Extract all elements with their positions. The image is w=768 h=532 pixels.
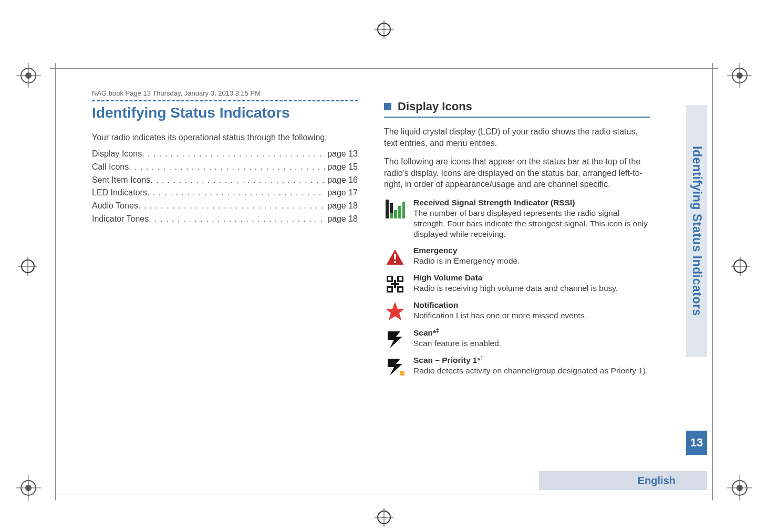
section-intro: Your radio indicates its operational sta… — [92, 133, 358, 142]
toc-label: Sent Item Icons — [92, 174, 150, 187]
crop-line — [50, 68, 718, 69]
scan-icon — [384, 327, 406, 349]
toc-page: page 18 — [325, 200, 358, 213]
body-paragraph: The following are icons that appear on t… — [384, 156, 650, 190]
toc-label: Call Icons — [92, 161, 129, 174]
language-tab: English — [539, 471, 707, 490]
crop-line — [50, 495, 718, 495]
icon-desc: Radio detects activity on channel/group … — [413, 366, 650, 376]
toc-row: Audio Tones page 18 — [92, 200, 358, 213]
icon-desc: Scan feature is enabled. — [413, 338, 650, 349]
toc-row: LED Indicators page 17 — [92, 186, 358, 200]
toc-page: page 17 — [325, 186, 358, 200]
subheading-rule — [384, 117, 650, 118]
icon-entry-scan-priority-1: Scan – Priority 1*‡ Radio detects activi… — [384, 354, 650, 377]
icon-text: Received Signal Strength Indicator (RSSI… — [413, 197, 650, 240]
icon-desc: Radio is receiving high volume data and … — [413, 283, 650, 294]
svg-rect-31 — [394, 210, 397, 218]
svg-rect-36 — [394, 261, 396, 263]
registration-mark-icon — [731, 257, 750, 276]
icon-entry-high-volume-data: High Volume Data Radio is receiving high… — [384, 273, 650, 295]
toc-row: Display Icons page 13 — [92, 148, 358, 161]
body-paragraph: The liquid crystal display (LCD) of your… — [384, 126, 650, 149]
svg-rect-46 — [399, 288, 402, 291]
side-tab-label: Identifying Status Indicators — [690, 146, 704, 316]
toc-row: Sent Item Icons page 16 — [92, 174, 358, 187]
icon-text: Emergency Radio is in Emergency mode. — [413, 245, 650, 266]
svg-rect-35 — [394, 254, 396, 259]
svg-rect-33 — [402, 202, 405, 218]
section-heading: Identifying Status Indicators — [92, 105, 358, 121]
section-rule — [92, 100, 358, 101]
notification-icon — [384, 300, 406, 322]
toc-leader — [149, 213, 325, 226]
svg-rect-48 — [400, 371, 404, 375]
right-column: Display Icons The liquid crystal display… — [384, 100, 676, 474]
toc-page: page 13 — [325, 148, 358, 161]
toc-page: page 18 — [325, 213, 358, 226]
svg-rect-43 — [388, 277, 391, 280]
registration-mark-icon — [375, 20, 393, 39]
svg-marker-47 — [386, 302, 404, 320]
side-tab: Identifying Status Indicators — [686, 105, 707, 357]
icon-text: Scan*‡ Scan feature is enabled. — [413, 327, 650, 349]
toc-leader — [129, 161, 325, 174]
icon-entry-notification: Notification Notification List has one o… — [384, 300, 650, 322]
icon-entry-emergency: Emergency Radio is in Emergency mode. — [384, 245, 650, 267]
toc-leader — [147, 186, 325, 200]
toc-label: LED Indicators — [92, 186, 147, 200]
emergency-icon — [384, 245, 406, 267]
crop-mark-icon — [16, 475, 41, 500]
icon-text: Scan – Priority 1*‡ Radio detects activi… — [413, 354, 650, 376]
scan-priority-1-icon — [384, 354, 406, 377]
subheading: Display Icons — [398, 100, 472, 113]
toc-leader — [150, 174, 325, 187]
toc-row: Call Icons page 15 — [92, 161, 358, 174]
toc-leader — [142, 148, 325, 161]
crop-line — [712, 63, 713, 500]
toc-leader — [138, 200, 325, 213]
icon-entry-rssi: Received Signal Strength Indicator (RSSI… — [384, 197, 650, 240]
toc-page: page 15 — [325, 161, 358, 174]
rssi-icon — [384, 197, 406, 220]
registration-mark-icon — [375, 508, 393, 527]
registration-mark-icon — [18, 257, 37, 276]
icon-title: Scan*‡ — [413, 327, 650, 338]
crop-mark-icon — [727, 63, 752, 88]
svg-rect-42 — [391, 283, 399, 285]
left-column: Identifying Status Indicators Your radio… — [92, 100, 358, 474]
crop-mark-icon — [727, 475, 752, 500]
page-body: Identifying Status Indicators Your radio… — [92, 100, 676, 474]
subheading-marker-icon — [384, 103, 391, 110]
svg-rect-32 — [398, 206, 401, 218]
icon-title: Emergency — [413, 245, 650, 256]
icon-text: Notification Notification List has one o… — [413, 300, 650, 321]
page-number-tab: 13 — [686, 431, 707, 455]
icon-desc: Notification List has one or more missed… — [413, 310, 650, 321]
toc-page: page 16 — [325, 174, 358, 187]
subheading-row: Display Icons — [384, 100, 650, 113]
crop-mark-icon — [16, 63, 41, 88]
icon-desc: Radio is in Emergency mode. — [413, 256, 650, 266]
icon-title: High Volume Data — [413, 273, 650, 283]
toc-row: Indicator Tones page 18 — [92, 213, 358, 226]
crop-line — [55, 63, 56, 500]
svg-rect-28 — [386, 200, 389, 218]
icon-title: Scan – Priority 1*‡ — [413, 354, 650, 366]
icon-text: High Volume Data Radio is receiving high… — [413, 273, 650, 294]
svg-rect-30 — [390, 213, 393, 218]
svg-rect-45 — [388, 288, 391, 291]
svg-rect-44 — [399, 277, 402, 280]
running-header: NAG.book Page 13 Thursday, January 3, 20… — [92, 89, 261, 97]
high-volume-data-icon — [384, 273, 406, 295]
toc-label: Display Icons — [92, 148, 142, 161]
toc-label: Audio Tones — [92, 200, 138, 213]
icon-title: Notification — [413, 300, 650, 310]
icon-title: Received Signal Strength Indicator (RSSI… — [413, 197, 650, 208]
icon-entry-scan: Scan*‡ Scan feature is enabled. — [384, 327, 650, 349]
icon-desc: The number of bars displayed represents … — [413, 208, 650, 239]
toc-label: Indicator Tones — [92, 213, 149, 226]
